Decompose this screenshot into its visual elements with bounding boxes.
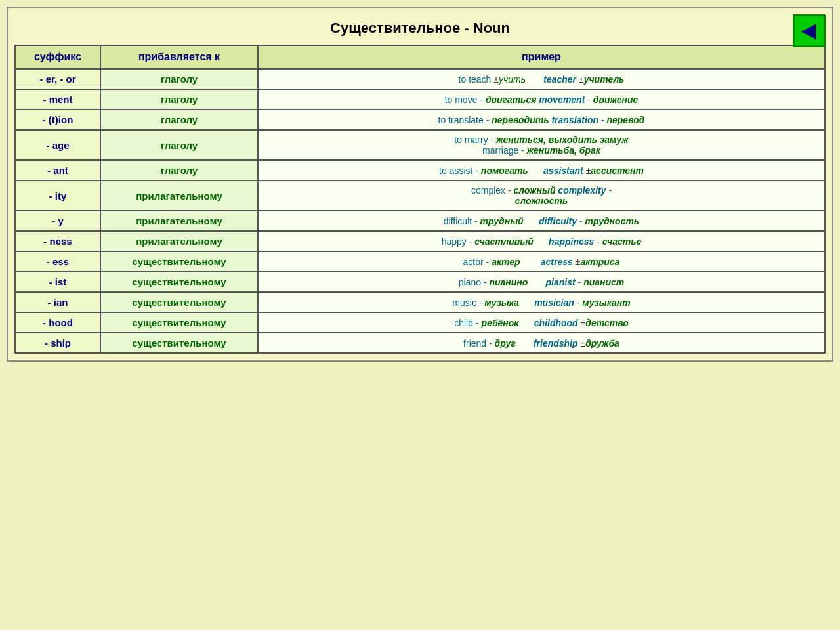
table-row: - ant глаголу to assist - помогать assis…: [15, 160, 825, 180]
nav-back-button[interactable]: ◀|: [793, 14, 826, 47]
example-cell: to move - двигаться movement - движение: [258, 89, 825, 110]
page-wrapper: Существительное - Noun ◀| суффикс прибав…: [7, 7, 833, 362]
suffix-cell: - ment: [15, 89, 100, 110]
added-to-cell: существительному: [100, 272, 258, 292]
added-to-cell: глаголу: [100, 89, 258, 110]
table-row: - ness прилагательному happy - счастливы…: [15, 231, 825, 251]
added-to-cell: глаголу: [100, 69, 258, 89]
example-cell: complex - сложный complexity - сложность: [258, 180, 825, 211]
added-to-cell: прилагательному: [100, 180, 258, 211]
example-cell: friend - друг friendship ±дружба: [258, 333, 825, 353]
table-row: - ian существительному music - музыка mu…: [15, 292, 825, 312]
added-to-cell: глаголу: [100, 110, 258, 130]
suffix-cell: - ess: [15, 251, 100, 272]
noun-suffixes-table: суффикс прибавляется к пример - er, - or…: [14, 45, 826, 354]
suffix-cell: - ity: [15, 180, 100, 211]
added-to-cell: прилагательному: [100, 231, 258, 251]
suffix-cell: - ian: [15, 292, 100, 312]
col-header-added-to: прибавляется к: [100, 45, 258, 69]
table-row: - ship существительному friend - друг fr…: [15, 333, 825, 353]
added-to-cell: существительному: [100, 292, 258, 312]
example-cell: difficult - трудный difficulty - труднос…: [258, 211, 825, 231]
example-cell: child - ребёнок childhood ±детство: [258, 312, 825, 333]
table-header-row: суффикс прибавляется к пример: [15, 45, 825, 69]
col-header-suffix: суффикс: [15, 45, 100, 69]
example-cell: to translate - переводить translation - …: [258, 110, 825, 130]
suffix-cell: - (t)ion: [15, 110, 100, 130]
added-to-cell: существительному: [100, 333, 258, 353]
suffix-cell: - er, - or: [15, 69, 100, 89]
suffix-cell: - ness: [15, 231, 100, 251]
table-row: - y прилагательному difficult - трудный …: [15, 211, 825, 231]
example-cell: happy - счастливый happiness - счастье: [258, 231, 825, 251]
example-cell: to marry - жениться, выходить замуж marr…: [258, 130, 825, 160]
example-cell: piano - пианино pianist - пианист: [258, 272, 825, 292]
suffix-cell: - ist: [15, 272, 100, 292]
table-row: - age глаголу to marry - жениться, выход…: [15, 130, 825, 160]
suffix-cell: - hood: [15, 312, 100, 333]
added-to-cell: глаголу: [100, 130, 258, 160]
example-cell: music - музыка musician - музыкант: [258, 292, 825, 312]
added-to-cell: существительному: [100, 251, 258, 272]
suffix-cell: - age: [15, 130, 100, 160]
nav-back-icon: ◀|: [801, 22, 818, 40]
added-to-cell: глаголу: [100, 160, 258, 180]
added-to-cell: прилагательному: [100, 211, 258, 231]
suffix-cell: - ant: [15, 160, 100, 180]
table-row: - ess существительному actor - актер act…: [15, 251, 825, 272]
table-row: - er, - or глаголу to teach ±учить teach…: [15, 69, 825, 89]
suffix-cell: - ship: [15, 333, 100, 353]
added-to-cell: существительному: [100, 312, 258, 333]
table-row: - (t)ion глаголу to translate - переводи…: [15, 110, 825, 130]
page-title: Существительное - Noun: [330, 20, 510, 36]
example-cell: actor - актер actress ±актриса: [258, 251, 825, 272]
table-row: - hood существительному child - ребёнок …: [15, 312, 825, 333]
table-row: - ity прилагательному complex - сложный …: [15, 180, 825, 211]
title-area: Существительное - Noun ◀|: [14, 14, 826, 45]
suffix-cell: - y: [15, 211, 100, 231]
table-row: - ment глаголу to move - двигаться movem…: [15, 89, 825, 110]
col-header-example: пример: [258, 45, 825, 69]
example-cell: to assist - помогать assistant ±ассистен…: [258, 160, 825, 180]
example-cell: to teach ±учить teacher ±учитель: [258, 69, 825, 89]
table-row: - ist существительному piano - пианино p…: [15, 272, 825, 292]
